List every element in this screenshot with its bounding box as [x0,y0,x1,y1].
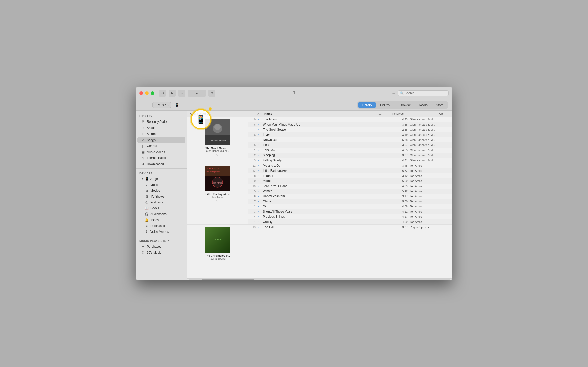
song-row[interactable]: 9 ✓ The Moon 4:43 Glen Hansard & M... [248,117,452,122]
song-number: 13 [250,226,257,229]
tab-store[interactable]: Store [432,102,447,108]
col-header-time[interactable]: Time [385,112,398,115]
collapse-triangle-icon: ▼ [141,177,144,180]
song-check: ✓ [257,226,263,229]
tab-library[interactable]: Library [358,102,376,108]
fastforward-button[interactable]: ⏭ [178,90,185,97]
song-row[interactable]: 3 ✓ Falling Slowly 4:51 Glen Hansard & M… [248,158,452,163]
svg-text:Chronicles: Chronicles [213,238,222,240]
col-header-alb[interactable]: Alb [439,112,449,115]
device-tvshows-icon: ⊡ [145,195,149,198]
forward-button[interactable]: › [146,103,150,108]
song-row[interactable]: 5 ✓ Winter 5:42 Tori Amos [248,189,452,194]
sidebar-item-device-podcasts[interactable]: ◎ Podcasts [137,200,185,205]
sidebar-item-device-purchased[interactable]: ≡ Purchased [137,223,185,229]
sidebar-item-genres[interactable]: ||| Genres [137,143,185,149]
music-note-icon: ♪ [155,103,156,107]
album-heart-swell[interactable]: ♡ [216,153,219,157]
song-row[interactable]: 6 ✓ Happy Phantom 3:17 Tori Amos [248,194,452,199]
tab-browse[interactable]: Browse [396,102,414,108]
song-row[interactable]: 7 ✓ China 5:00 Tori Amos [248,199,452,204]
song-row[interactable]: 6 ✓ When Your Minds Made Up 3:58 Glen Ha… [248,122,452,127]
list-view-icon[interactable]: ≡ [392,90,395,96]
sidebar-item-playlist-90s[interactable]: ⚙ 90's Music [137,250,185,255]
sidebar-item-device-tvshows[interactable]: ⊡ TV Shows [137,194,185,199]
sidebar-item-device-music[interactable]: ♪ Music [137,182,185,188]
song-name: Silent All These Years [263,210,390,213]
song-number: 8 [250,133,257,136]
sidebar-item-recently-added[interactable]: ⊞ Recently Added [137,119,185,125]
chevron-down-icon: ▾ [168,104,169,106]
device-nav-icon[interactable]: 📱 [175,103,179,107]
sidebar-item-device-jorge[interactable]: ▼ 📱 Jorge [137,176,185,182]
song-row[interactable]: 5 ✓ Lies 3:57 Glen Hansard & M... [248,142,452,148]
sidebar-item-playlist-purchased[interactable]: ≡ Purchased [137,243,185,249]
song-row[interactable]: 12 ✓ Little Earthquakes 6:52 Tori Amos [248,168,452,173]
song-row[interactable]: 13 ✓ The Call 3:07 Regina Spektor [248,225,452,230]
sidebar-divider-2 [136,236,187,236]
search-input[interactable] [405,91,446,95]
sidebar-item-device-audiobooks[interactable]: 🎧 Audiobooks [137,211,185,217]
album-heart-tori[interactable]: ♡ [216,199,219,203]
search-box[interactable]: 🔍 [398,90,449,96]
back-button[interactable]: ‹ [140,103,144,108]
song-name: Drown Out [263,138,390,142]
sidebar-item-internet-radio[interactable]: ◎ Internet Radio [137,155,185,161]
scrollbar-thumb[interactable] [202,279,254,280]
col-header-num: # [251,112,259,115]
minimize-button[interactable] [145,91,149,95]
song-row[interactable]: 2 ✓ Sleeping 3:37 Glen Hansard & M... [248,153,452,158]
song-check: ✓ [257,195,263,198]
col-header-name[interactable]: Name [264,112,378,115]
sidebar-item-music-videos[interactable]: ▣ Music Videos [137,149,185,155]
song-row[interactable]: 8 ✓ Leather 3:12 Tori Amos [248,173,452,178]
sidebar-item-artists[interactable]: ♪ Artists [137,125,185,131]
song-name: Sleeping [263,153,390,157]
play-button[interactable]: ▶ [169,90,176,97]
song-row[interactable]: 1 ✓ This Low 4:55 Glen Hansard & M... [248,148,452,153]
song-time: 4:39 [397,185,410,188]
song-list[interactable]: The Swell Season The Swell Seaso... Glen… [187,117,452,278]
song-row[interactable]: 1 ✓ Crucify 4:59 Tori Amos [248,219,452,224]
song-artist: Regina Spektor [410,226,451,229]
song-check: ✓ [257,190,263,193]
sidebar-item-downloaded[interactable]: ⬇ Downloaded [137,161,185,167]
playlist-90s-label: 90's Music [147,251,161,254]
airplay-button[interactable]: ⊕ [208,90,215,97]
tab-for-you[interactable]: For You [377,102,395,108]
song-row[interactable]: 9 ✓ Mother 6:59 Tori Amos [248,178,452,184]
device-tones-label: Tones [150,218,159,222]
song-row[interactable]: 8 ✓ Leave 3:19 Glen Hansard & M... [248,132,452,137]
fullscreen-button[interactable] [151,91,154,95]
song-number: 2 [250,205,257,208]
song-check: ✓ [257,220,263,224]
sidebar-item-device-voicememos[interactable]: 🎙 Voice Memos [137,229,185,235]
song-time: 4:55 [397,149,410,152]
sidebar-item-albums[interactable]: ⊡ Albums [137,131,185,137]
song-row[interactable]: 7 ✓ The Swell Season 2:55 Glen Hansard &… [248,127,452,132]
music-source-selector[interactable]: ♪ Music ▾ [152,102,171,108]
volume-slider[interactable]: —●— [188,90,206,97]
close-button[interactable] [139,91,143,95]
song-row[interactable]: 10 ✓ Tear In Your Hand 4:39 Tori Amos [248,184,452,189]
song-check: ✓ [257,205,263,208]
rewind-button[interactable]: ⏮ [159,90,166,97]
sidebar-item-songs[interactable]: ♫ Songs [137,137,185,143]
song-row[interactable]: 4 ✓ Precious Things 4:27 Tori Amos [248,214,452,219]
song-time: 5:00 [397,200,410,203]
song-time: 4:59 [397,220,410,223]
playback-controls: ⏮ ▶ ⏭ —●— ⊕ [159,90,215,97]
song-row[interactable]: 3 ✓ Silent All These Years 4:11 Tori Amo… [248,209,452,214]
col-header-artist[interactable]: Artist [398,112,439,115]
horizontal-scrollbar[interactable] [187,278,452,280]
sidebar-item-device-movies[interactable]: ⊡ Movies [137,188,185,193]
song-row[interactable]: 11 ✓ Me and a Gun 3:45 Tori Amos [248,163,452,168]
sidebar-item-device-tones[interactable]: 🔔 Tones [137,217,185,223]
tab-radio[interactable]: Radio [415,102,431,108]
playlists-section-header[interactable]: Music Playlists ▾ [136,238,187,243]
song-row[interactable]: 2 ✓ Girl 4:08 Tori Amos [248,204,452,209]
titlebar-right: ≡ 🔍 [392,90,449,96]
song-row[interactable]: 4 ✓ Drown Out 5:38 Glen Hansard & M... [248,137,452,142]
sidebar-item-device-books[interactable]: 📖 Books [137,205,185,211]
album-art-little-earthquakes: TORI AMOS little earthquakes Tori Amos L… [187,163,248,224]
